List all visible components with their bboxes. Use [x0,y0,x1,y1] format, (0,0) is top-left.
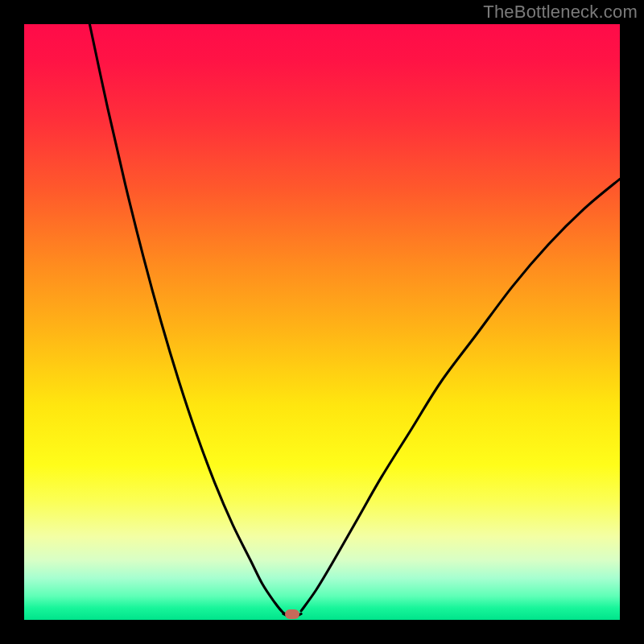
chart-frame: TheBottleneck.com [0,0,644,644]
plot-area [24,24,620,620]
watermark-text: TheBottleneck.com [483,2,638,23]
bottleneck-marker [285,609,299,619]
curve-layer [24,24,620,620]
curve-left-branch [89,24,292,617]
curve-right-branch [301,179,620,611]
